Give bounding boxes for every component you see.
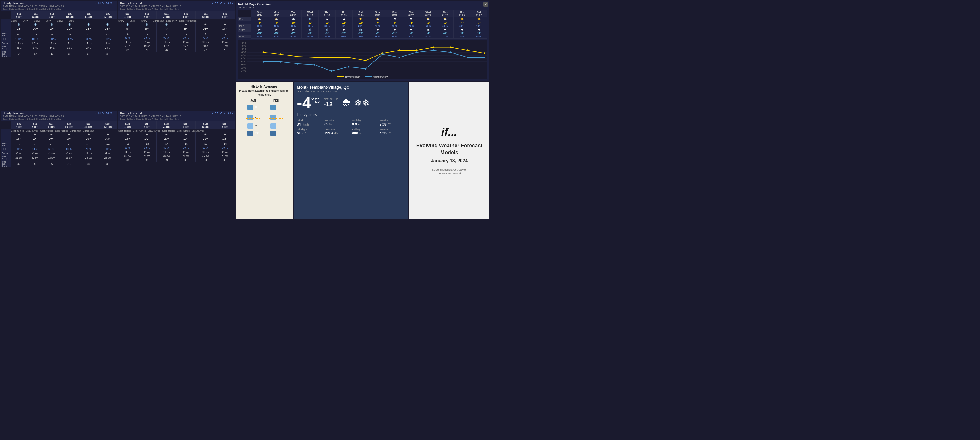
next-btn-1[interactable]: NEXT › bbox=[106, 2, 115, 5]
svg-point-43 bbox=[433, 49, 434, 51]
wind-detail: Wind 34E km/h bbox=[297, 119, 323, 126]
snow-outlook-3: Snow Outlook: Close to 20 cm 7:00am Sat … bbox=[3, 118, 64, 120]
bottom-right-header: Hourly Forecast SATURDAY, JANUARY 13 - T… bbox=[118, 111, 235, 121]
prev-btn-4[interactable]: ‹ PREV bbox=[212, 112, 222, 115]
ceiling-detail: Ceiling 800 m bbox=[352, 128, 378, 135]
svg-rect-58 bbox=[270, 115, 276, 120]
top-forecast-left: Sat7 am Sat8 am Sat9 am Sat10 am Sat11 a… bbox=[1, 11, 118, 110]
svg-point-31 bbox=[467, 49, 468, 51]
jan-col: JAN 25° 9° bbox=[245, 99, 262, 139]
prev-btn-1[interactable]: ‹ PREV bbox=[95, 2, 104, 5]
top-forecast-tables: Sat7 am Sat8 am Sat9 am Sat10 am Sat11 a… bbox=[0, 11, 235, 110]
temp-chart-svg: 3°C 0°C -3°C -6°C -9°C -12°C -15°C -18°C… bbox=[238, 40, 487, 74]
feels-like-value: -12 bbox=[323, 100, 333, 108]
night-icon-row: Night 🌨 🌨 🌨 ❄️ ❄️ 🌨 ❄️ 🌨 🌨 🌨 ☁️ bbox=[238, 28, 487, 32]
svg-point-39 bbox=[364, 68, 366, 70]
col-7am: Sat7 am bbox=[11, 11, 27, 19]
feels-like-display: FEELS LIKE -12 bbox=[323, 98, 338, 108]
col-9am: Sat9 am bbox=[44, 11, 60, 19]
prev-btn-3[interactable]: ‹ PREV bbox=[95, 112, 104, 115]
historic-panel: Historic Averages: Please Note: Dash lin… bbox=[236, 82, 293, 220]
next-btn-4[interactable]: NEXT › bbox=[223, 112, 233, 115]
svg-text:9°: 9° bbox=[255, 116, 257, 119]
hourly-sub-1: SATURDAY, JANUARY 13 - TUESDAY, JANUARY … bbox=[3, 5, 64, 8]
night-legend-color bbox=[365, 77, 372, 77]
night-legend: Nighttime low bbox=[365, 75, 388, 78]
snow-outlook-1: Snow Outlook: Close to 20 cm 7:00am Sat … bbox=[3, 8, 64, 10]
svg-point-38 bbox=[348, 66, 349, 67]
close-button[interactable]: ✕ bbox=[484, 2, 488, 6]
svg-text:-9°C: -9°C bbox=[242, 54, 246, 57]
temp-unit: °C bbox=[311, 96, 320, 105]
overview-title: Full 14 Days Overview bbox=[238, 3, 487, 6]
hourly-sub-3: SATURDAY, JANUARY 13 - TUESDAY, JANUARY … bbox=[3, 115, 64, 118]
jan-label: JAN bbox=[245, 99, 262, 102]
icon-row-2: ❄️ ❄️ ❄️ 🌨 🌨 🌨 bbox=[118, 22, 235, 26]
sunset-unit: PM bbox=[388, 131, 391, 134]
overview-date-range: Jan 14 - Jan 27 bbox=[238, 6, 487, 9]
weather-icon-large: 🌨 bbox=[342, 97, 351, 108]
svg-point-35 bbox=[296, 62, 298, 64]
sunset-detail: Sunset 4:35 PM bbox=[380, 128, 406, 135]
bottom-forecast-tables: Sat7 pm Sat8 pm Sat9 pm Sat10 pm Sat11 p… bbox=[0, 121, 235, 220]
night-legend-label: Nighttime low bbox=[373, 75, 388, 78]
svg-text:-12°C: -12°C bbox=[240, 57, 246, 59]
prev-btn-2[interactable]: ‹ PREV bbox=[212, 2, 222, 5]
col-4pm: Sat4 pm bbox=[176, 11, 196, 19]
historic-title: Historic Averages: Please Note: Dash lin… bbox=[238, 84, 291, 97]
hourly-title-2: Hourly Forecast bbox=[120, 2, 181, 5]
pressure-detail: Pressure ↓99.3 kPa bbox=[325, 128, 350, 135]
pressure-label: Pressure bbox=[325, 128, 350, 131]
svg-point-45 bbox=[467, 57, 468, 58]
snow-icon-large: ❄❄ bbox=[354, 97, 370, 108]
if-title: Evolving Weather Forecast Models bbox=[415, 142, 484, 156]
svg-rect-48 bbox=[247, 115, 253, 120]
wind-row-2: 21 E 19 SE 17 S 17 S 18 S 19 SW bbox=[118, 44, 235, 48]
sunrise-label: Sunrise bbox=[380, 119, 406, 122]
humidity-unit: % bbox=[329, 123, 331, 126]
if-panel: if... Evolving Weather Forecast Models J… bbox=[409, 82, 489, 220]
svg-point-22 bbox=[314, 57, 315, 58]
svg-point-20 bbox=[280, 53, 281, 55]
nav-1[interactable]: ‹ PREV NEXT › bbox=[95, 2, 115, 5]
overview-panel: ✕ Full 14 Days Overview Jan 14 - Jan 27 … bbox=[236, 1, 489, 81]
svg-rect-57 bbox=[270, 105, 276, 110]
forecast-table-top-left: Sat7 am Sat8 am Sat9 am Sat10 am Sat11 a… bbox=[1, 11, 118, 57]
hourly-sub-4: SATURDAY, JANUARY 13 - TUESDAY, JANUARY … bbox=[120, 115, 181, 118]
hourly-title-3: Hourly Forecast bbox=[3, 112, 64, 115]
if-date: January 13, 2024 bbox=[431, 158, 468, 163]
forecast-table-top-right: Sat1 pm Sat2 pm Sat3 pm Sat4 pm Sat5 pm … bbox=[118, 11, 235, 52]
wind-value: 34E bbox=[297, 122, 302, 126]
bottom-forecast-right: Sun1 am Sun2 am Sun3 am Sun4 am Sun5 am … bbox=[118, 121, 235, 220]
svg-point-44 bbox=[450, 51, 452, 53]
sunset-label: Sunset bbox=[380, 128, 406, 131]
if-logo: if... bbox=[441, 126, 457, 139]
ceiling-unit: m bbox=[359, 132, 361, 135]
sunrise-unit: AM bbox=[388, 122, 391, 124]
col-3pm: Sat3 pm bbox=[157, 11, 176, 19]
feb-label: FEB bbox=[267, 99, 285, 102]
ceiling-label: Ceiling bbox=[352, 128, 378, 131]
col-2pm: Sat2 pm bbox=[137, 11, 157, 19]
visibility-value: 0.8 bbox=[352, 122, 357, 126]
next-btn-3[interactable]: NEXT › bbox=[106, 112, 115, 115]
svg-text:-21°C: -21°C bbox=[240, 66, 246, 69]
humidity-value: 89 bbox=[325, 122, 328, 126]
next-btn-2[interactable]: NEXT › bbox=[223, 2, 233, 5]
col-6pm: Sat6 pm bbox=[215, 11, 234, 19]
wind-row: Wind(km/h) 41 E 37 E 34 E 30 E 27 E 24 E bbox=[1, 45, 118, 50]
nav-2[interactable]: ‹ PREV NEXT › bbox=[212, 2, 233, 5]
col-12pm: Sat12 pm bbox=[98, 11, 117, 19]
snow-row: Snow 1-3 cm 1-3 cm 1-3 cm ~1 cm ~1 cm ~1… bbox=[1, 41, 118, 45]
humidity-label: Humidity bbox=[325, 119, 350, 122]
humidity-detail: Humidity 89 % bbox=[325, 119, 350, 126]
svg-text:-6°C: -6°C bbox=[242, 51, 246, 53]
current-condition: Heavy snow bbox=[297, 113, 406, 117]
top-left-header: Hourly Forecast SATURDAY, JANUARY 13 - T… bbox=[1, 1, 118, 11]
svg-point-25 bbox=[364, 59, 366, 61]
svg-point-34 bbox=[280, 61, 281, 62]
windgust-value: 51 bbox=[297, 131, 301, 135]
svg-rect-60 bbox=[270, 131, 276, 136]
day-legend-color bbox=[337, 77, 344, 77]
svg-point-28 bbox=[416, 49, 417, 51]
